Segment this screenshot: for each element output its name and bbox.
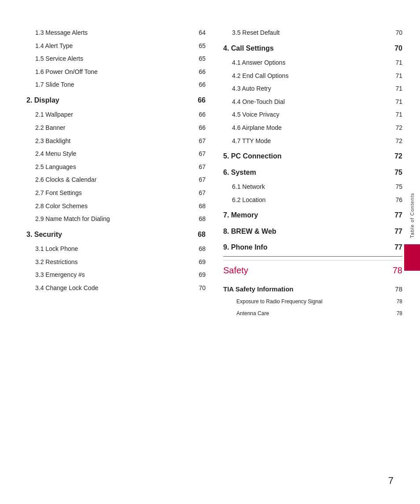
- entry-title-4-4: 4.4 One-Touch Dial: [232, 98, 389, 107]
- toc-entry-3-3: 3.3 Emergency #s69: [26, 269, 206, 282]
- entry-page-3-2: 69: [192, 258, 206, 267]
- entry-page-4-5: 71: [389, 110, 402, 119]
- entry-page-6: 75: [389, 168, 402, 177]
- entry-title-2-6: 2.6 Clocks & Calendar: [35, 176, 192, 184]
- entry-page-1-3: 64: [192, 29, 206, 37]
- toc-entry-2-5: 2.5 Languages67: [26, 161, 206, 174]
- side-tab-label: Table of Contents: [409, 189, 415, 242]
- toc-entry-1-4: 1.4 Alert Type65: [26, 40, 206, 53]
- entry-title-2-4: 2.4 Menu Style: [35, 150, 192, 158]
- entry-title-2-9: 2.9 Name Match for Dialing: [35, 215, 192, 224]
- entry-page-2-8: 68: [192, 202, 206, 211]
- entry-page-2-4: 67: [192, 150, 206, 158]
- toc-entry-6-1: 6.1 Network75: [223, 180, 402, 194]
- entry-title-4-3: 4.3 Auto Retry: [232, 85, 389, 93]
- entry-page-1-4: 65: [192, 42, 206, 51]
- entry-title-4-2: 4.2 End Call Options: [232, 72, 389, 81]
- entry-page-6-2: 76: [389, 196, 402, 205]
- entry-title-3-2: 3.2 Restrictions: [35, 258, 192, 267]
- toc-entry-2-9: 2.9 Name Match for Dialing68: [26, 213, 206, 226]
- entry-title-1-4: 1.4 Alert Type: [35, 42, 192, 51]
- toc-entry-2-1: 2.1 Wallpaper66: [26, 108, 206, 121]
- safety-section: Safety78: [223, 260, 402, 279]
- toc-two-column: 1.3 Message Alerts641.4 Alert Type651.5 …: [26, 26, 402, 320]
- toc-entry-8: 8. BREW & Web77: [223, 224, 402, 239]
- entry-page-2-6: 67: [192, 176, 206, 184]
- tia-sub-page-0: 78: [389, 298, 402, 305]
- toc-entry-4-6: 4.6 Airplane Mode72: [223, 121, 402, 135]
- toc-entry-3-4: 3.4 Change Lock Code70: [26, 282, 206, 295]
- toc-entry-4-7: 4.7 TTY Mode72: [223, 135, 402, 148]
- tia-sub-entry-0: Exposure to Radio Frequency Signal78: [223, 296, 402, 308]
- entry-title-3-1: 3.1 Lock Phone: [35, 245, 192, 254]
- entry-page-5: 72: [389, 151, 402, 161]
- entry-page-4-3: 71: [389, 85, 402, 93]
- entry-page-2-3: 67: [192, 137, 206, 146]
- entry-title-7: 7. Memory: [223, 210, 389, 220]
- entry-page-4-2: 71: [389, 72, 402, 81]
- entry-page-2-5: 67: [192, 163, 206, 172]
- tia-sub-page-1: 78: [389, 310, 402, 317]
- entry-title-9: 9. Phone Info: [223, 243, 389, 252]
- entry-title-2-8: 2.8 Color Schemes: [35, 202, 192, 211]
- toc-entry-4-5: 4.5 Voice Privacy71: [223, 108, 402, 121]
- entry-title-4-6: 4.6 Airplane Mode: [232, 124, 389, 132]
- entry-title-1-3: 1.3 Message Alerts: [35, 29, 192, 37]
- toc-entry-4-3: 4.3 Auto Retry71: [223, 82, 402, 96]
- entry-title-3-5: 3.5 Reset Default: [232, 29, 389, 37]
- toc-entry-4-4: 4.4 One-Touch Dial71: [223, 96, 402, 109]
- tia-sub-entry-1: Antenna Care78: [223, 308, 402, 320]
- entry-title-1-7: 1.7 Slide Tone: [35, 81, 192, 89]
- tia-sub-title-0: Exposure to Radio Frequency Signal: [236, 298, 389, 305]
- entry-page-2: 66: [192, 96, 206, 105]
- entry-title-3-4: 3.4 Change Lock Code: [35, 284, 192, 293]
- entry-page-4-6: 72: [389, 124, 402, 132]
- entry-title-4: 4. Call Settings: [223, 44, 389, 53]
- toc-entry-6-2: 6.2 Location76: [223, 194, 402, 207]
- entry-title-2-7: 2.7 Font Settings: [35, 189, 192, 198]
- toc-entry-1-3: 1.3 Message Alerts64: [26, 26, 206, 40]
- entry-page-9: 77: [389, 243, 402, 252]
- entry-page-4-1: 71: [389, 59, 402, 67]
- toc-entry-4-2: 4.2 End Call Options71: [223, 70, 402, 83]
- entry-page-2-1: 66: [192, 110, 206, 119]
- toc-entry-6: 6. System75: [223, 166, 402, 180]
- entry-title-2: 2. Display: [26, 96, 192, 105]
- entry-page-4-7: 72: [389, 137, 402, 146]
- toc-entry-5: 5. PC Connection72: [223, 149, 402, 163]
- toc-entry-3-2: 3.2 Restrictions69: [26, 256, 206, 269]
- entry-page-4-4: 71: [389, 98, 402, 107]
- entry-page-2-9: 68: [192, 215, 206, 224]
- entry-page-7: 77: [389, 210, 402, 220]
- entry-page-4: 70: [389, 44, 402, 53]
- entry-title-4-5: 4.5 Voice Privacy: [232, 110, 389, 119]
- tia-page: 78: [389, 284, 402, 294]
- entry-page-6-1: 75: [389, 183, 402, 191]
- entry-title-6: 6. System: [223, 168, 389, 177]
- right-column: 3.5 Reset Default704. Call Settings704.1…: [223, 26, 402, 320]
- toc-entry-7: 7. Memory77: [223, 208, 402, 222]
- entry-title-8: 8. BREW & Web: [223, 227, 389, 236]
- left-column: 1.3 Message Alerts641.4 Alert Type651.5 …: [26, 26, 206, 320]
- toc-entry-2-6: 2.6 Clocks & Calendar67: [26, 173, 206, 187]
- entry-title-2-1: 2.1 Wallpaper: [35, 110, 192, 119]
- tia-sub-title-1: Antenna Care: [236, 310, 389, 317]
- page-number: 7: [388, 475, 394, 486]
- side-tab: Table of Contents: [404, 189, 420, 271]
- entry-title-5: 5. PC Connection: [223, 151, 389, 161]
- toc-entry-3-1: 3.1 Lock Phone68: [26, 243, 206, 256]
- entry-page-3-1: 68: [192, 245, 206, 254]
- entry-page-1-5: 65: [192, 55, 206, 63]
- toc-entry-4: 4. Call Settings70: [223, 41, 402, 55]
- entry-page-8: 77: [389, 227, 402, 236]
- entry-title-3: 3. Security: [26, 230, 192, 239]
- entry-title-2-5: 2.5 Languages: [35, 163, 192, 172]
- entry-page-2-2: 66: [192, 124, 206, 132]
- tia-header: TIA Safety Information78: [223, 282, 402, 296]
- entry-title-4-7: 4.7 TTY Mode: [232, 137, 389, 146]
- toc-entry-3: 3. Security68: [26, 228, 206, 242]
- entry-page-1-6: 66: [192, 68, 206, 77]
- entry-title-4-1: 4.1 Answer Options: [232, 59, 389, 67]
- entry-page-1-7: 66: [192, 81, 206, 89]
- toc-entry-9: 9. Phone Info77: [223, 240, 402, 254]
